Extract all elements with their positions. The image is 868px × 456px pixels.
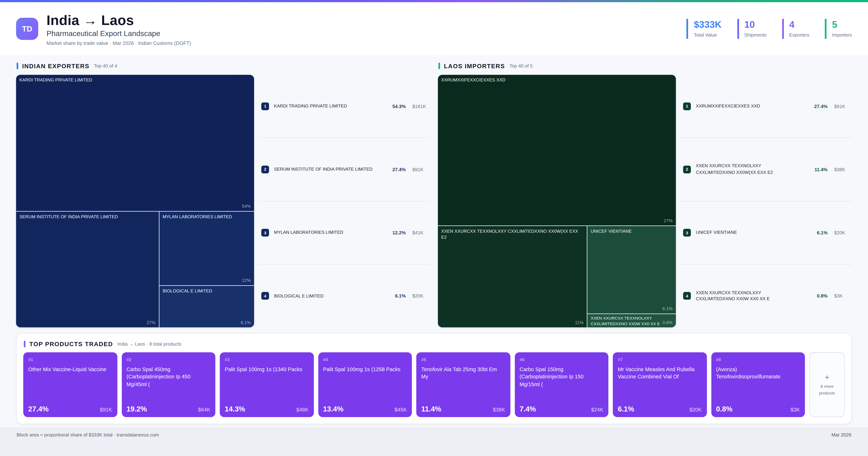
product-card[interactable]: #5 Tenofovir Ala Tab 25mg 30bt Em My 11.…: [416, 352, 510, 417]
footer-date: Mar 2026: [832, 432, 851, 438]
treemap-block-label: XXRUMXXIFEXXCIEXXES XXD: [441, 78, 673, 84]
treemap-block[interactable]: SERUM INSTITUTE OF INDIA PRIVATE LIMITED…: [16, 212, 159, 327]
company-name: KARDI TRADING PRIVATE LIMITED: [274, 103, 378, 109]
products-section-header: TOP PRODUCTS TRADED India → Laos · 8 tot…: [24, 340, 845, 347]
list-item[interactable]: 1 XXRUMXXIFEXXCIEXXES XXD 27.4% $91K: [680, 75, 852, 138]
product-value: $3K: [790, 407, 800, 413]
section-title: LAOS IMPORTERS: [444, 62, 505, 69]
importers-section-header: LAOS IMPORTERS Top 40 of 5: [438, 62, 852, 69]
product-card[interactable]: #4 Palit Spal 100mg 1s (1258 Packs 13.4%…: [318, 352, 412, 417]
treemap-block[interactable]: KARDI TRADING PRIVATE LIMITED 54%: [16, 75, 254, 211]
stat-value: 4: [789, 20, 809, 30]
importers-rank-list: 1 XXRUMXXIFEXXCIEXXES XXD 27.4% $91K 2 X…: [680, 75, 852, 327]
treemap-block-label: KARDI TRADING PRIVATE LIMITED: [19, 78, 251, 84]
main-content: INDIAN EXPORTERS Top 40 of 4 KARDI TRADI…: [0, 55, 868, 427]
stat-exporters: 4 Exporters: [782, 19, 809, 39]
header-stats: $333K Total Value 10 Shipments 4 Exporte…: [687, 19, 852, 39]
more-products-count: 8 more: [819, 383, 835, 390]
list-item[interactable]: 3 UNICEF VIENTIANE 6.1% $20K: [680, 201, 852, 264]
list-item[interactable]: 3 MYLAN LABORATORIES LIMITED 12.2% $41K: [258, 201, 430, 264]
product-rank: #7: [618, 357, 702, 362]
stat-label: Importers: [832, 32, 852, 38]
stat-label: Shipments: [744, 32, 767, 38]
list-item[interactable]: 2 SERUM INSTITUTE OF INDIA PRIVATE LIMIT…: [258, 138, 430, 201]
treemap-block-pct: 6.1%: [241, 320, 251, 325]
rank-badge: 4: [261, 292, 269, 300]
section-subtitle: Top 40 of 4: [94, 63, 117, 68]
product-card[interactable]: #8 (Avonza) Tenofovirdisoproxilfumarate …: [711, 352, 805, 417]
company-name: XXRUMXXIFEXXCIEXXES XXD: [696, 103, 800, 109]
treemap-block-pct: 27%: [664, 219, 673, 224]
stat-value: 5: [832, 20, 852, 30]
treemap-block[interactable]: MYLAN LABORATORIES LIMITED 12%: [159, 212, 254, 285]
treemap-block-label: XXEN XXURCXX TEXXNOLXXY CXXLIMITEDXXNO X…: [591, 316, 673, 327]
company-name: UNICEF VIENTIANE: [696, 229, 800, 236]
stat-label: Total Value: [694, 32, 721, 38]
treemap-block[interactable]: UNICEF VIENTIANE 6.1%: [587, 226, 676, 314]
product-value: $64K: [198, 407, 210, 413]
stat-shipments: 10 Shipments: [737, 19, 767, 39]
product-pct: 11.4%: [421, 405, 441, 413]
product-card[interactable]: #3 Palit Spal 100mg 1s (1340 Packs 14.3%…: [220, 352, 314, 417]
product-card[interactable]: #2 Carbo Spal 450mg (Carboplatininjectio…: [122, 352, 215, 417]
trade-value: $181K: [406, 103, 429, 109]
company-name: XXEN XXURCXX TEXXNOLXXY CXXLIMITEDXXNO X…: [696, 163, 800, 176]
share-pct: 11.4%: [804, 167, 828, 172]
treemap-block[interactable]: XXEN XXURCXX TEXXNOLXXY CXXLIMITEDXXNO X…: [587, 314, 676, 327]
rank-badge: 3: [683, 229, 691, 237]
section-subtitle: Top 40 of 5: [509, 63, 533, 68]
share-pct: 6.1%: [804, 230, 828, 236]
rank-badge: 1: [683, 102, 691, 110]
section-accent-bar: [24, 340, 26, 347]
more-products-card[interactable]: + 8 more products: [809, 352, 845, 417]
trade-value: $38K: [828, 167, 851, 172]
section-accent-bar: [17, 62, 18, 69]
treemap-block[interactable]: BIOLOGICAL E LIMITED 6.1%: [159, 286, 254, 327]
stat-value: 10: [744, 20, 767, 30]
product-value: $48K: [297, 407, 309, 413]
treemap-block-pct: 12%: [242, 278, 251, 283]
panel-laos-importers: LAOS IMPORTERS Top 40 of 5 XXRUMXXIFEXXC…: [438, 61, 852, 327]
list-item[interactable]: 2 XXEN XXURCXX TEXXNOLXXY CXXLIMITEDXXNO…: [680, 138, 852, 201]
product-card[interactable]: #6 Carbo Spal 150mg (Carboplatininjectio…: [515, 352, 608, 417]
treemap-block[interactable]: XXEN XXURCXX TEXXNOLXXY CXXLIMITEDXXNO X…: [438, 226, 587, 327]
company-name: SERUM INSTITUTE OF INDIA PRIVATE LIMITED: [274, 166, 378, 173]
product-pct: 19.2%: [126, 405, 147, 413]
list-item[interactable]: 1 KARDI TRADING PRIVATE LIMITED 54.3% $1…: [258, 75, 430, 138]
footer-note: Block area = proportional share of $333K…: [17, 432, 159, 438]
product-name: Tenofovir Ala Tab 25mg 30bt Em My: [421, 366, 505, 380]
rank-badge: 2: [261, 166, 269, 173]
trade-value: $3K: [828, 293, 851, 299]
section-title: INDIAN EXPORTERS: [22, 62, 89, 69]
product-card[interactable]: #7 Mr Vaccine Measles And Rubella Vaccin…: [613, 352, 707, 417]
product-pct: 27.4%: [28, 405, 49, 413]
list-item[interactable]: 4 XXEN XXURCXX TEXXNOLXXY CXXLIMITEDXXNO…: [680, 264, 852, 327]
product-name: Carbo Spal 450mg (Carboplatininjection I…: [126, 366, 210, 388]
product-cards-row: #1 Other Mix Vaccine-Liquid Vaccine 27.4…: [23, 352, 845, 417]
footer: Block area = proportional share of $333K…: [0, 427, 868, 437]
product-card[interactable]: #1 Other Mix Vaccine-Liquid Vaccine 27.4…: [23, 352, 117, 417]
treemap-block-label: UNICEF VIENTIANE: [591, 229, 673, 235]
trade-value: $20K: [406, 293, 429, 299]
company-name: XXEN XXURCXX TEXXNOLXXY CXXLIMITEDXXNO X…: [696, 289, 800, 303]
treemap-block-pct: 54%: [242, 204, 251, 209]
exporters-rank-list: 1 KARDI TRADING PRIVATE LIMITED 54.3% $1…: [258, 75, 430, 327]
list-item[interactable]: 4 BIOLOGICAL E LIMITED 6.1% $20K: [258, 264, 430, 327]
product-pct: 13.4%: [323, 405, 343, 413]
product-pct: 0.8%: [716, 405, 733, 413]
more-products-word: products: [819, 390, 835, 396]
more-products-label: 8 more products: [819, 383, 835, 396]
stat-value: $333K: [694, 20, 721, 30]
header-titles: India → Laos Pharmaceutical Export Lands…: [46, 12, 191, 46]
treemap-block[interactable]: XXRUMXXIFEXXCIEXXES XXD 27%: [438, 75, 676, 225]
share-pct: 0.8%: [804, 293, 828, 299]
treemap-block-label: XXEN XXURCXX TEXXNOLXXY CXXLIMITEDXXNO X…: [441, 229, 584, 241]
rank-badge: 2: [683, 166, 691, 173]
product-pct: 6.1%: [618, 405, 634, 413]
header: TD India → Laos Pharmaceutical Export La…: [0, 2, 868, 55]
product-rank: #2: [126, 357, 210, 362]
top-accent-bar: [0, 0, 868, 2]
share-pct: 6.1%: [382, 293, 406, 299]
product-rank: #1: [28, 357, 112, 362]
app-logo: TD: [16, 18, 38, 40]
